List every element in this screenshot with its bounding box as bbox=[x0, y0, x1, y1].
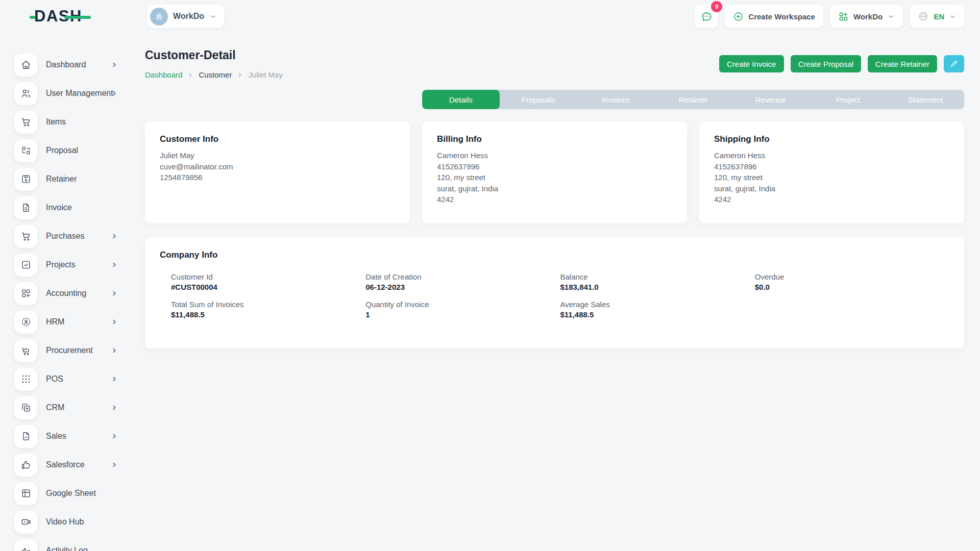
shipping-zip: 4242 bbox=[714, 194, 949, 205]
company-field-balance: Balance $183,841.0 bbox=[560, 272, 755, 291]
file-text-icon bbox=[14, 196, 37, 219]
transform-squares-icon bbox=[14, 139, 37, 162]
chat-bubble-icon bbox=[700, 10, 713, 23]
shopping-cart-icon bbox=[14, 225, 37, 248]
billing-city: surat, gujrat, India bbox=[437, 183, 672, 194]
home-icon bbox=[14, 54, 37, 77]
create-workspace-button[interactable]: Create Workspace bbox=[725, 5, 823, 28]
card-title: Shipping Info bbox=[714, 134, 949, 144]
company-field-empty bbox=[755, 300, 949, 319]
tab-revenue[interactable]: Revenue bbox=[732, 90, 810, 109]
customer-phone: 1254879856 bbox=[160, 172, 395, 183]
chevron-right-icon bbox=[111, 261, 118, 268]
app-menu-button[interactable]: WorkDo bbox=[830, 5, 903, 28]
activity-pulse-icon bbox=[14, 539, 37, 551]
sidebar-item-items[interactable]: Items bbox=[0, 108, 131, 136]
sidebar-item-dashboard[interactable]: Dashboard bbox=[0, 51, 131, 79]
chevron-right-icon bbox=[111, 90, 118, 97]
file-icon bbox=[14, 425, 37, 448]
shipping-name: Cameron Hess bbox=[714, 150, 949, 161]
building-icon bbox=[154, 12, 164, 21]
create-invoice-button[interactable]: Create Invoice bbox=[719, 55, 784, 72]
sidebar-item-accounting[interactable]: Accounting bbox=[0, 279, 131, 308]
copy-squares-icon bbox=[14, 396, 37, 419]
billing-name: Cameron Hess bbox=[437, 150, 672, 161]
sidebar-item-invoice[interactable]: Invoice bbox=[0, 193, 131, 222]
sidebar-item-purchases[interactable]: Purchases bbox=[0, 222, 131, 251]
billing-phone: 4152637896 bbox=[437, 161, 672, 172]
tab-proposals[interactable]: Proposals bbox=[500, 90, 577, 109]
company-field-overdue: Overdue $0.0 bbox=[755, 272, 949, 291]
chevron-right-icon bbox=[111, 61, 118, 68]
card-title: Billing Info bbox=[437, 134, 672, 144]
billing-street: 120, my street bbox=[437, 172, 672, 183]
company-field-customer-id: Customer Id #CUST00004 bbox=[171, 272, 365, 291]
chevron-right-icon bbox=[237, 72, 243, 78]
messages-button[interactable]: 0 bbox=[695, 5, 718, 28]
dots-grid-icon bbox=[14, 368, 37, 391]
company-field-date-of-creation: Date of Creation 06-12-2023 bbox=[365, 272, 560, 291]
sidebar-item-procurement[interactable]: Procurement bbox=[0, 336, 131, 365]
sidebar-item-hrm[interactable]: HRM bbox=[0, 308, 131, 336]
sidebar-item-proposal[interactable]: Proposal bbox=[0, 136, 131, 165]
sidebar-item-video-hub[interactable]: Video Hub bbox=[0, 508, 131, 536]
chevron-down-icon bbox=[209, 13, 217, 20]
page-actions: Create Invoice Create Proposal Create Re… bbox=[719, 55, 964, 72]
workspace-switcher[interactable]: WorkDo bbox=[147, 5, 224, 28]
shipping-street: 120, my street bbox=[714, 172, 949, 183]
card-title: Customer Info bbox=[160, 134, 395, 144]
sidebar-item-salesforce[interactable]: Salesforce bbox=[0, 450, 131, 479]
tab-project[interactable]: Project bbox=[810, 90, 887, 109]
customer-name: Juliet May bbox=[160, 150, 395, 161]
sidebar-item-pos[interactable]: POS bbox=[0, 365, 131, 393]
workspace-name: WorkDo bbox=[173, 12, 204, 21]
company-field-total-sum-of-invoices: Total Sum of Invoices $11,488.5 bbox=[171, 300, 365, 319]
chevron-down-icon bbox=[887, 13, 895, 20]
breadcrumb-customer-link[interactable]: Customer bbox=[199, 70, 232, 79]
sidebar-item-sales[interactable]: Sales bbox=[0, 422, 131, 450]
main-content: Customer-Detail Dashboard Customer Julie… bbox=[145, 33, 964, 551]
sidebar-item-crm[interactable]: CRM bbox=[0, 393, 131, 422]
chevron-down-icon bbox=[949, 13, 957, 20]
billing-zip: 4242 bbox=[437, 194, 672, 205]
sidebar-item-retainer[interactable]: Retainer bbox=[0, 165, 131, 193]
customer-info-card: Customer Info Juliet May cuve@mailinator… bbox=[145, 121, 410, 223]
app-logo[interactable]: DASH bbox=[34, 8, 82, 25]
tab-details[interactable]: Details bbox=[422, 90, 500, 109]
square-check-icon bbox=[14, 254, 37, 277]
create-proposal-button[interactable]: Create Proposal bbox=[791, 55, 861, 72]
cart-chart-icon bbox=[14, 339, 37, 362]
breadcrumb: Dashboard Customer Juliet May bbox=[145, 70, 283, 79]
sidebar-item-google-sheet[interactable]: Google Sheet bbox=[0, 479, 131, 508]
users-icon bbox=[14, 82, 37, 105]
app-menu-label: WorkDo bbox=[853, 12, 883, 21]
tab-statement[interactable]: Statement bbox=[887, 90, 964, 109]
pencil-icon bbox=[950, 60, 958, 68]
edit-customer-button[interactable] bbox=[944, 55, 964, 72]
chevron-right-icon bbox=[111, 233, 118, 240]
header-actions: 0 Create Workspace WorkDo EN bbox=[695, 5, 965, 28]
billing-info-card: Billing Info Cameron Hess 4152637896 120… bbox=[422, 121, 687, 223]
create-retainer-button[interactable]: Create Retainer bbox=[868, 55, 937, 72]
globe-icon bbox=[918, 11, 929, 22]
customer-email: cuve@mailinator.com bbox=[160, 161, 395, 172]
detail-tabs: Details Proposals Invoices Retainer Reve… bbox=[422, 90, 964, 109]
sidebar-nav: Dashboard User Management Items Proposal… bbox=[0, 33, 131, 551]
sidebar-item-user-management[interactable]: User Management bbox=[0, 79, 131, 108]
plus-circle-icon bbox=[733, 11, 744, 22]
create-workspace-label: Create Workspace bbox=[748, 12, 815, 21]
sidebar-item-activity-log[interactable]: Activity Log bbox=[0, 536, 131, 551]
company-field-quantity-of-invoice: Quantity of Invoice 1 bbox=[365, 300, 560, 319]
company-info-grid: Customer Id #CUST00004 Date of Creation … bbox=[160, 272, 949, 319]
chevron-right-icon bbox=[111, 433, 118, 440]
person-dashed-circle-icon bbox=[14, 311, 37, 334]
card-title: Company Info bbox=[160, 250, 949, 260]
chevron-right-icon bbox=[111, 290, 118, 297]
tab-retainer[interactable]: Retainer bbox=[654, 90, 732, 109]
page-title: Customer-Detail bbox=[145, 48, 236, 62]
language-selector[interactable]: EN bbox=[910, 5, 965, 28]
video-camera-icon bbox=[14, 511, 37, 534]
breadcrumb-dashboard-link[interactable]: Dashboard bbox=[145, 70, 182, 79]
sidebar-item-projects[interactable]: Projects bbox=[0, 251, 131, 279]
tab-invoices[interactable]: Invoices bbox=[577, 90, 654, 109]
